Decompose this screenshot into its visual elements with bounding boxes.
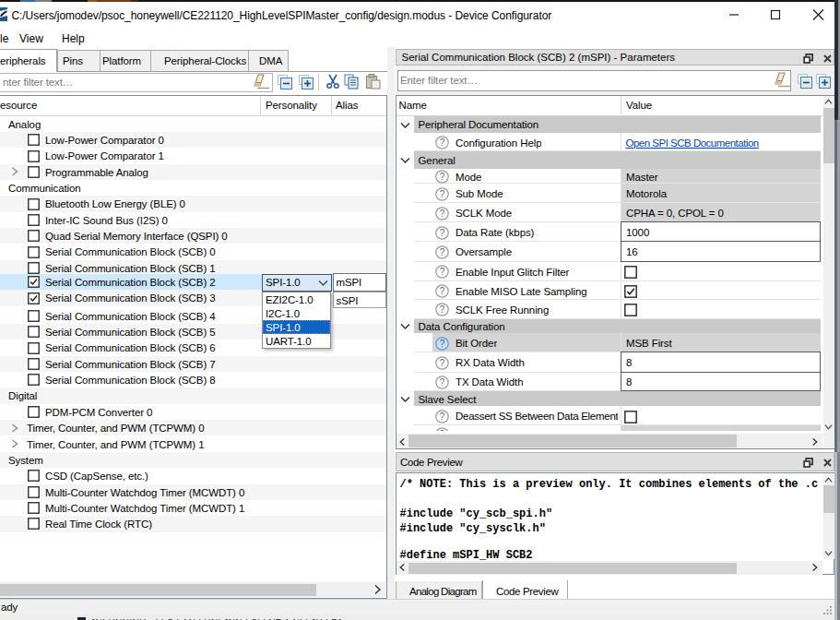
svg-text:?: ? — [439, 228, 444, 238]
svg-text:?: ? — [439, 189, 444, 199]
svg-text:?: ? — [439, 377, 444, 388]
svg-text:?: ? — [439, 304, 444, 315]
svg-text:?: ? — [439, 429, 444, 431]
svg-text:?: ? — [439, 358, 444, 368]
svg-text:?: ? — [439, 267, 444, 277]
svg-text:?: ? — [439, 411, 444, 422]
svg-text:?: ? — [439, 339, 444, 349]
svg-text:?: ? — [439, 137, 444, 148]
svg-text:?: ? — [439, 209, 444, 219]
svg-text:?: ? — [439, 247, 444, 257]
svg-text:?: ? — [439, 286, 444, 296]
svg-text:?: ? — [439, 172, 444, 182]
